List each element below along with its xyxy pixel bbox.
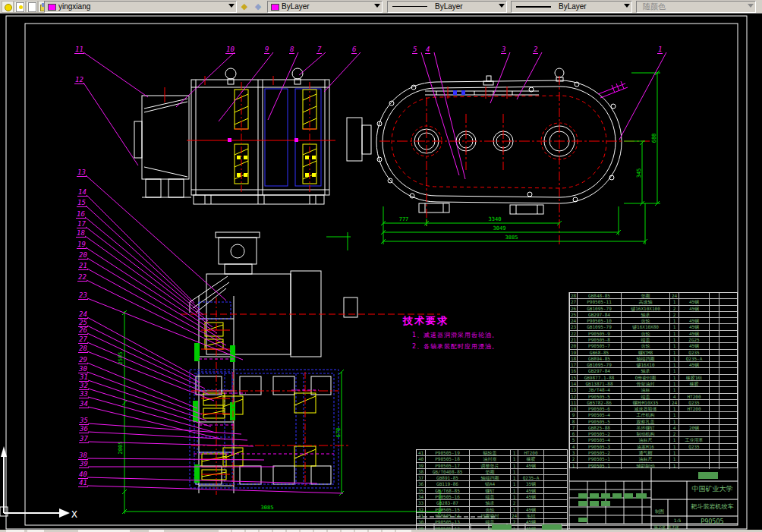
callout-32: 32 bbox=[79, 382, 89, 390]
part-cell: 观察孔盖 bbox=[622, 419, 670, 424]
part-cell: 45钢 bbox=[679, 343, 710, 348]
part-cell: 1 bbox=[511, 450, 518, 455]
part-cell bbox=[544, 456, 567, 461]
layer-on-off-icon[interactable] bbox=[2, 1, 14, 13]
part-cell: 25 bbox=[570, 312, 578, 317]
part-cell: 齿轮 bbox=[622, 331, 670, 336]
callout-31: 31 bbox=[79, 373, 89, 382]
callout-11: 11 bbox=[74, 46, 84, 54]
leader-line bbox=[86, 227, 208, 321]
part-cell: GB1095-79 bbox=[578, 362, 622, 367]
make-object-layer-current-icon[interactable]: ◆ bbox=[238, 0, 250, 12]
layer-combo[interactable]: yingxiang bbox=[44, 1, 237, 13]
callout-8: 8 bbox=[289, 46, 294, 54]
part-cell bbox=[710, 387, 719, 392]
layer-lock-icon[interactable] bbox=[26, 1, 38, 13]
part-cell bbox=[710, 362, 719, 367]
color-swatch bbox=[271, 4, 279, 11]
part-cell bbox=[679, 450, 710, 455]
callout-35: 35 bbox=[79, 417, 89, 425]
part-cell: 40 bbox=[417, 456, 426, 461]
part-cell: 1 bbox=[511, 463, 518, 468]
part-cell: 8 bbox=[570, 419, 578, 424]
chevron-down-icon[interactable] bbox=[374, 4, 380, 8]
dim-text: 777 bbox=[399, 216, 409, 222]
part-cell bbox=[544, 450, 567, 455]
leader-line bbox=[87, 486, 343, 493]
chevron-down-icon[interactable] bbox=[228, 4, 235, 8]
part-cell bbox=[710, 412, 719, 417]
leader-line bbox=[87, 298, 243, 360]
part-cell: 13 bbox=[570, 387, 578, 392]
dim-text: 678 bbox=[335, 428, 342, 438]
part-cell: 1 bbox=[670, 450, 679, 455]
callout-7: 7 bbox=[316, 46, 322, 54]
part-cell: 1 bbox=[670, 318, 679, 323]
part-cell: 轴端挡圈 bbox=[470, 475, 511, 480]
view-housing-top: 777 3340 3049 3885 345 688 bbox=[376, 68, 660, 244]
leader-line bbox=[87, 269, 226, 345]
part-cell: JB/T48-4 bbox=[578, 387, 622, 392]
part-cell: P90505.1 bbox=[578, 463, 622, 469]
part-cell: HT200 bbox=[518, 450, 544, 455]
part-cell: 吊环螺钉 bbox=[622, 425, 670, 430]
part-cell: 38 bbox=[417, 469, 426, 474]
part-cell: Q235 bbox=[679, 400, 710, 405]
part-cell bbox=[719, 306, 737, 311]
part-cell: 1 bbox=[570, 463, 578, 469]
chevron-down-icon[interactable] bbox=[499, 4, 505, 8]
signature-mark bbox=[578, 493, 587, 499]
dim-text: 3340 bbox=[489, 216, 502, 222]
part-cell bbox=[719, 412, 737, 417]
color-value: ByLayer bbox=[282, 2, 310, 11]
layer-freeze-icon[interactable] bbox=[14, 1, 26, 13]
part-cell: 1 bbox=[670, 444, 679, 449]
part-cell: 螺钉 bbox=[470, 488, 511, 493]
part-cell: 31 bbox=[417, 513, 426, 518]
part-row: 40P90505-18油封座1橡胶 bbox=[417, 456, 567, 462]
part-cell: 油塞M16 bbox=[622, 444, 670, 449]
part-cell bbox=[679, 387, 710, 392]
part-cell: 33 bbox=[417, 500, 426, 505]
part-cell: 高速轴 bbox=[622, 299, 670, 304]
part-cell: 1 bbox=[670, 324, 679, 329]
callout-22: 22 bbox=[77, 273, 87, 282]
signature-mark bbox=[601, 501, 610, 506]
callout-2: 2 bbox=[533, 46, 538, 54]
part-cell: 36 bbox=[417, 481, 426, 486]
lineweight-combo[interactable]: ByLayer bbox=[511, 1, 632, 13]
part-cell bbox=[544, 507, 567, 512]
part-cell: 1 bbox=[670, 350, 679, 355]
part-cell: Q235 bbox=[679, 350, 710, 355]
leader-line bbox=[87, 372, 202, 414]
part-cell: 键16X10 bbox=[622, 362, 670, 367]
part-cell: 1 bbox=[511, 475, 518, 480]
part-cell bbox=[518, 469, 544, 474]
part-cell bbox=[710, 406, 719, 411]
part-row: 36GB119-86销A4135钢 bbox=[417, 481, 567, 487]
part-cell: 通气帽 bbox=[622, 450, 670, 455]
part-cell bbox=[679, 431, 710, 436]
chevron-down-icon[interactable] bbox=[624, 4, 630, 8]
part-cell: 1 bbox=[670, 406, 679, 411]
part-cell: 端盖 bbox=[622, 394, 670, 399]
color-combo[interactable]: ByLayer bbox=[267, 1, 383, 13]
part-row: 26GB1095-79键16X10X100245钢 bbox=[570, 306, 737, 312]
linetype-combo[interactable]: ByLayer bbox=[387, 1, 507, 13]
part-cell bbox=[679, 419, 710, 424]
part-cell bbox=[719, 312, 737, 317]
ucs-x-label: X bbox=[71, 508, 77, 520]
part-cell: 销A4 bbox=[470, 481, 511, 486]
layer-color-swatch bbox=[48, 4, 56, 11]
part-cell bbox=[710, 375, 719, 380]
plotstyle-value: 随颜色 bbox=[643, 2, 666, 11]
part-cell bbox=[710, 306, 719, 311]
part-cell: GB297-84 bbox=[578, 312, 622, 317]
layer-previous-icon[interactable]: ◆ bbox=[252, 0, 264, 12]
callout-27: 27 bbox=[78, 335, 88, 344]
part-cell: 垫圈 bbox=[470, 469, 511, 474]
part-cell: GB283-87 bbox=[426, 500, 470, 505]
callout-19: 19 bbox=[77, 241, 87, 249]
part-cell: 2 bbox=[670, 306, 679, 311]
part-cell: GB/T0408-85 bbox=[426, 469, 470, 474]
